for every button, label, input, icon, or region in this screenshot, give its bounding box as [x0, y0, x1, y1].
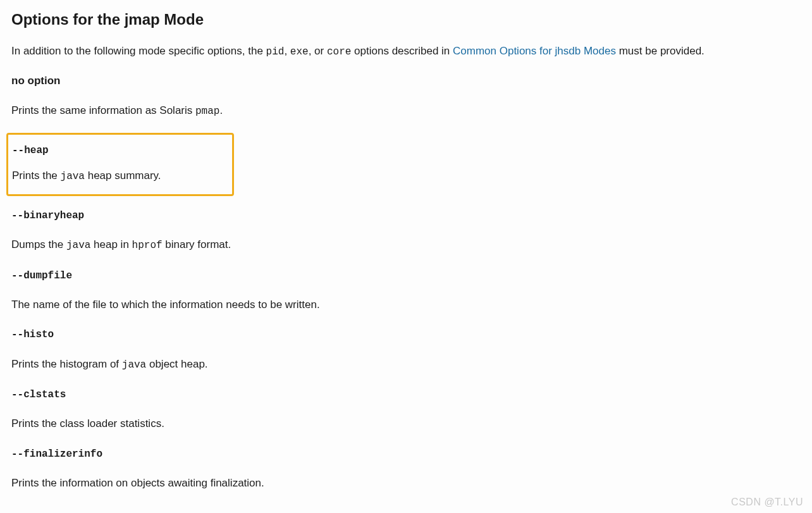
- intro-text: ,: [284, 45, 290, 57]
- option-binaryheap: --binaryheap: [11, 207, 801, 223]
- intro-paragraph: In addition to the following mode specif…: [11, 44, 801, 59]
- code-pid: pid: [266, 46, 285, 58]
- desc-text: heap summary.: [85, 170, 161, 182]
- desc-text: binary format.: [163, 238, 231, 250]
- option-clstats-desc: Prints the class loader statistics.: [11, 416, 801, 432]
- code-clstats-flag: --clstats: [11, 389, 66, 400]
- desc-text: .: [219, 104, 223, 116]
- desc-text: heap in: [90, 238, 132, 250]
- code-java: java: [61, 171, 85, 182]
- code-dumpfile-flag: --dumpfile: [11, 270, 72, 281]
- option-finalizerinfo: --finalizerinfo: [11, 446, 801, 462]
- desc-text: Prints the same information as Solaris: [11, 104, 195, 116]
- code-core: core: [327, 46, 351, 58]
- common-options-link[interactable]: Common Options for jhsdb Modes: [453, 45, 616, 57]
- intro-text: options described in: [351, 45, 453, 57]
- option-binaryheap-desc: Dumps the java heap in hprof binary form…: [11, 237, 801, 253]
- desc-text: Prints the histogram of: [11, 358, 122, 370]
- intro-text: must be provided.: [616, 45, 704, 57]
- desc-text: object heap.: [146, 358, 207, 370]
- option-histo: --histo: [11, 326, 801, 342]
- code-finalizerinfo-flag: --finalizerinfo: [11, 448, 102, 460]
- option-heap-desc: Prints the java heap summary.: [12, 168, 228, 184]
- option-no-option-desc: Prints the same information as Solaris p…: [11, 103, 801, 119]
- option-histo-desc: Prints the histogram of java object heap…: [11, 357, 801, 373]
- option-heap: --heap: [12, 142, 228, 158]
- code-pmap: pmap: [195, 106, 219, 117]
- code-binaryheap-flag: --binaryheap: [11, 210, 84, 221]
- code-java: java: [122, 359, 146, 371]
- code-heap-flag: --heap: [12, 145, 49, 156]
- intro-text: , or: [309, 45, 327, 57]
- code-histo-flag: --histo: [11, 329, 54, 340]
- code-exe: exe: [290, 46, 309, 58]
- desc-text: Prints the: [12, 170, 61, 182]
- option-no-option: no option: [11, 73, 801, 89]
- option-finalizerinfo-desc: Prints the information on objects awaiti…: [11, 476, 801, 491]
- watermark-text: CSDN @T.LYU: [731, 495, 803, 509]
- option-dumpfile-desc: The name of the file to which the inform…: [11, 297, 801, 313]
- option-clstats: --clstats: [11, 386, 801, 402]
- highlighted-heap-block: --heap Prints the java heap summary.: [6, 133, 234, 196]
- option-dumpfile: --dumpfile: [11, 268, 801, 283]
- intro-text: In addition to the following mode specif…: [11, 45, 266, 57]
- code-hprof: hprof: [132, 240, 163, 251]
- section-heading: Options for the jmap Mode: [11, 9, 801, 31]
- desc-text: Dumps the: [11, 238, 66, 250]
- code-java: java: [66, 240, 90, 251]
